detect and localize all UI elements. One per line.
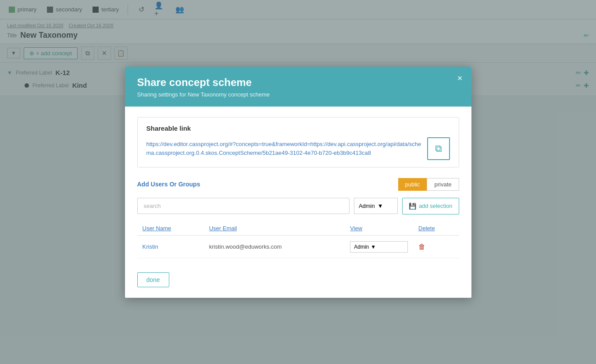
shareable-link-row: https://dev.editor.cassproject.org/#?con…: [146, 137, 450, 160]
shareable-link-text[interactable]: https://dev.editor.cassproject.org/#?con…: [146, 140, 422, 157]
col-delete: Delete: [413, 221, 459, 236]
user-role-select[interactable]: Admin ▼: [350, 241, 408, 253]
add-selection-button[interactable]: 💾 add selection: [402, 198, 459, 214]
modal-title: Share concept scheme: [137, 76, 459, 89]
add-sel-icon: 💾: [409, 203, 416, 210]
copy-link-button[interactable]: ⧉: [427, 137, 450, 160]
user-name-kristin: Kristin: [137, 236, 204, 258]
shareable-title: Shareable link: [146, 125, 450, 132]
users-table-body: Kristin kristin.wood@eduworks.com Admin …: [137, 236, 459, 258]
add-users-title: Add Users Or Groups: [137, 181, 200, 188]
table-row: Kristin kristin.wood@eduworks.com Admin …: [137, 236, 459, 258]
add-users-header: Add Users Or Groups public private: [137, 178, 459, 191]
delete-user-button[interactable]: 🗑: [418, 243, 425, 251]
modal-footer: done: [125, 269, 471, 298]
public-label: public: [405, 181, 420, 188]
private-label: private: [434, 181, 451, 188]
col-username: User Name: [137, 221, 204, 236]
visibility-toggle: public private: [398, 178, 459, 191]
user-email-kristin: kristin.wood@eduworks.com: [204, 236, 345, 258]
role-select[interactable]: Admin ▼: [354, 198, 398, 214]
user-delete-cell: 🗑: [413, 236, 459, 258]
add-users-section: Add Users Or Groups public private A: [137, 178, 459, 258]
copy-icon: ⧉: [435, 143, 442, 154]
search-add-row: Admin ▼ 💾 add selection: [137, 198, 459, 214]
col-view: View: [345, 221, 413, 236]
role-dropdown-arrow: ▼: [378, 203, 383, 209]
users-table-header-row: User Name User Email View Delete: [137, 221, 459, 236]
users-table: User Name User Email View Delete Kristin…: [137, 221, 459, 258]
user-role-value: Admin: [354, 244, 369, 250]
users-table-head: User Name User Email View Delete: [137, 221, 459, 236]
user-search-input[interactable]: [137, 198, 350, 214]
private-button[interactable]: private: [427, 178, 459, 191]
modal-close-button[interactable]: ×: [457, 74, 463, 82]
done-button[interactable]: done: [137, 272, 169, 287]
share-modal: Share concept scheme Sharing settings fo…: [125, 67, 471, 298]
role-select-value: Admin: [359, 203, 375, 209]
modal-header: Share concept scheme Sharing settings fo…: [125, 67, 471, 107]
col-email: User Email: [204, 221, 345, 236]
modal-body: Shareable link https://dev.editor.casspr…: [125, 107, 471, 269]
user-role-arrow: ▼: [371, 244, 376, 250]
public-button[interactable]: public: [398, 178, 427, 191]
modal-subtitle: Sharing settings for New Taxonomy concep…: [137, 91, 459, 98]
shareable-link-section: Shareable link https://dev.editor.casspr…: [137, 117, 459, 168]
modal-overlay: Share concept scheme Sharing settings fo…: [0, 0, 596, 364]
user-role-cell: Admin ▼: [345, 236, 413, 258]
add-selection-label: add selection: [419, 203, 453, 209]
